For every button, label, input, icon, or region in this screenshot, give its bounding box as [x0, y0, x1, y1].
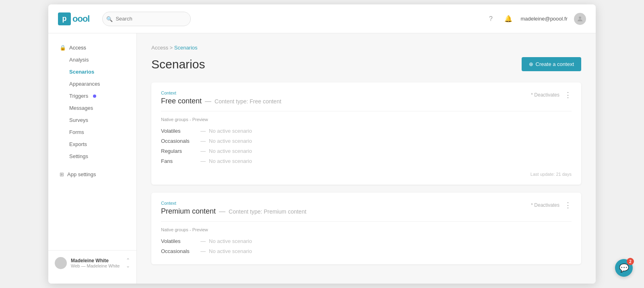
- chat-bubble[interactable]: 💬 2: [615, 259, 633, 277]
- group-name-occasionals-1: Occasionals: [161, 138, 197, 144]
- sidebar-item-access[interactable]: 🔒 Access: [55, 42, 130, 53]
- svg-point-0: [579, 16, 581, 19]
- create-context-button[interactable]: ⊕ Create a context: [522, 57, 581, 71]
- sidebar-app-settings-item[interactable]: ⊞ App settings: [55, 169, 130, 180]
- deactivate-link-2[interactable]: * Deactivates: [531, 202, 559, 208]
- notifications-icon[interactable]: 🔔: [503, 13, 514, 25]
- sidebar-user-name: Madeleine White: [71, 258, 122, 263]
- more-menu-icon-1[interactable]: ⋮: [564, 91, 572, 99]
- sidebar-label-app-settings: App settings: [67, 171, 96, 177]
- sidebar-user[interactable]: Madeleine White Web — Madeleine White ⌃⌄: [48, 250, 136, 276]
- dash-2: —: [219, 208, 225, 215]
- sidebar-label-surveys: Surveys: [69, 117, 88, 123]
- divider-2: [161, 221, 572, 222]
- app-settings-icon: ⊞: [60, 171, 64, 177]
- group-name-volatiles-2: Volatiles: [161, 238, 197, 244]
- help-icon[interactable]: ?: [485, 13, 496, 25]
- content-type-1: Content type: Free content: [215, 98, 281, 105]
- sidebar-item-scenarios[interactable]: Scenarios: [55, 66, 130, 78]
- last-update-1: Last update: 21 days: [161, 172, 572, 177]
- sidebar-avatar: [55, 257, 67, 269]
- group-status-occasionals-2: No active scenario: [209, 248, 252, 254]
- context-title-2: Premium content — Content type: Premium …: [161, 207, 306, 216]
- search-bar: 🔍: [102, 12, 191, 26]
- divider-1: [161, 111, 572, 111]
- plus-icon: ⊕: [529, 61, 533, 67]
- body: 🔒 Access Analysis Scenarios Appearances …: [48, 33, 596, 284]
- card-actions-2: * Deactivates ⋮: [531, 201, 572, 210]
- sidebar-label-messages: Messages: [69, 105, 93, 111]
- context-name-1: Free content: [161, 97, 202, 105]
- context-label-2: Context: [161, 201, 306, 206]
- group-status-volatiles-2: No active scenario: [209, 238, 252, 244]
- breadcrumb-current: Scenarios: [174, 45, 198, 51]
- sidebar-item-appearances[interactable]: Appearances: [55, 78, 130, 90]
- dash-1: —: [205, 98, 211, 105]
- sidebar-label-forms: Forms: [69, 129, 84, 135]
- group-dash-occasionals-1: —: [200, 138, 206, 144]
- more-menu-icon-2[interactable]: ⋮: [564, 201, 572, 210]
- search-input[interactable]: [102, 12, 191, 26]
- group-status-volatiles-1: No active scenario: [209, 128, 252, 134]
- sidebar-item-settings[interactable]: Settings: [55, 150, 130, 162]
- breadcrumb: Access > Scenarios: [151, 45, 581, 51]
- sidebar-user-sub: Web — Madeleine White: [71, 263, 122, 268]
- card-header-row-2: Context Premium content — Content type: …: [161, 201, 572, 216]
- sidebar: 🔒 Access Analysis Scenarios Appearances …: [48, 33, 137, 284]
- group-row-occasionals-2: Occasionals — No active scenario: [161, 246, 572, 256]
- group-name-occasionals-2: Occasionals: [161, 248, 197, 254]
- group-name-regulars-1: Regulars: [161, 148, 197, 154]
- group-row-occasionals-1: Occasionals — No active scenario: [161, 136, 572, 146]
- sidebar-nav: 🔒 Access Analysis Scenarios Appearances …: [48, 41, 136, 181]
- page-title: Scenarios: [151, 58, 205, 71]
- main-content: Access > Scenarios Scenarios ⊕ Create a …: [137, 33, 596, 284]
- group-row-volatiles-2: Volatiles — No active scenario: [161, 236, 572, 246]
- breadcrumb-separator: >: [170, 45, 174, 51]
- content-type-2: Content type: Premium content: [229, 208, 306, 215]
- card-header-row-1: Context Free content — Content type: Fre…: [161, 91, 572, 105]
- sidebar-item-exports[interactable]: Exports: [55, 138, 130, 150]
- sidebar-item-messages[interactable]: Messages: [55, 102, 130, 114]
- sidebar-label-appearances: Appearances: [69, 81, 100, 87]
- sidebar-label-access: Access: [69, 45, 86, 51]
- page-header: Scenarios ⊕ Create a context: [151, 57, 581, 71]
- group-dash-regulars-1: —: [200, 148, 206, 154]
- group-row-fans-1: Fans — No active scenario: [161, 156, 572, 166]
- sidebar-label-triggers: Triggers: [69, 93, 88, 99]
- sidebar-label-analysis: Analysis: [69, 57, 89, 63]
- card-left-2: Context Premium content — Content type: …: [161, 201, 306, 216]
- context-label-1: Context: [161, 91, 281, 95]
- breadcrumb-parent[interactable]: Access: [151, 45, 168, 51]
- sidebar-item-forms[interactable]: Forms: [55, 126, 130, 138]
- group-status-occasionals-1: No active scenario: [209, 138, 252, 144]
- sidebar-item-surveys[interactable]: Surveys: [55, 114, 130, 126]
- card-free-content: Context Free content — Content type: Fre…: [151, 82, 581, 185]
- lock-icon: 🔒: [60, 45, 66, 51]
- context-title-1: Free content — Content type: Free conten…: [161, 97, 281, 105]
- logo-text: oool: [72, 14, 89, 24]
- sidebar-item-analysis[interactable]: Analysis: [55, 54, 130, 66]
- group-status-fans-1: No active scenario: [209, 158, 252, 164]
- group-row-regulars-1: Regulars — No active scenario: [161, 146, 572, 156]
- logo-box: p: [58, 12, 71, 25]
- create-button-label: Create a context: [536, 61, 574, 67]
- user-avatar[interactable]: [574, 13, 586, 25]
- group-row-volatiles-1: Volatiles — No active scenario: [161, 126, 572, 136]
- group-name-fans-1: Fans: [161, 158, 197, 164]
- sidebar-item-triggers[interactable]: Triggers: [55, 90, 130, 102]
- app-window: p oool 🔍 ? 🔔 madeleine@poool.fr 🔒 Acce: [48, 4, 596, 284]
- logo-icon: p: [62, 14, 67, 23]
- card-premium-content: Context Premium content — Content type: …: [151, 193, 581, 264]
- native-groups-label-1: Native groups - Preview: [161, 117, 572, 122]
- sidebar-label-scenarios: Scenarios: [69, 69, 94, 75]
- native-groups-label-2: Native groups - Preview: [161, 227, 572, 232]
- deactivate-link-1[interactable]: * Deactivates: [531, 92, 559, 98]
- card-actions-1: * Deactivates ⋮: [531, 91, 572, 99]
- group-dash-volatiles-1: —: [200, 128, 206, 134]
- chat-icon: 💬: [619, 263, 629, 273]
- logo: p oool: [58, 12, 89, 25]
- group-dash-occasionals-2: —: [200, 248, 206, 254]
- group-dash-fans-1: —: [200, 158, 206, 164]
- card-left-1: Context Free content — Content type: Fre…: [161, 91, 281, 105]
- sidebar-user-info: Madeleine White Web — Madeleine White: [71, 258, 122, 268]
